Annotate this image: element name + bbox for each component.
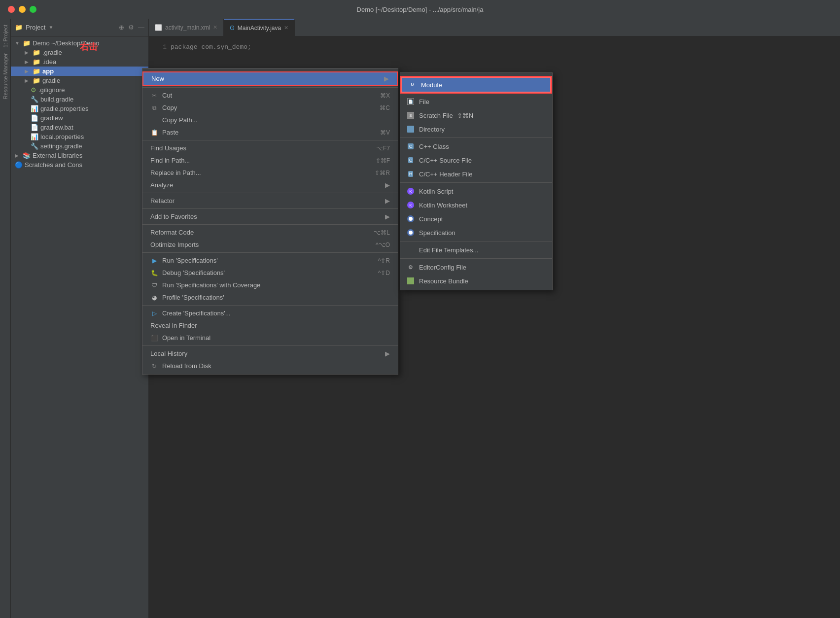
list-item[interactable]: ▶ 📁 gradle [11,76,148,85]
submenu-separator [400,241,552,241]
sidebar-item-project[interactable]: 1: Project [2,23,8,49]
menu-item-run[interactable]: ▶ Run 'Specifications' ^⇧R [142,254,398,267]
cpp-header-icon: H [406,170,415,178]
menu-separator [142,252,398,253]
tab-close-button[interactable]: ✕ [213,24,217,31]
copy-label: Copy [162,104,376,111]
tab-close-button[interactable]: ✕ [284,25,288,31]
submenu-item-kotlin-script[interactable]: K Kotlin Script [400,184,552,198]
reformat-label: Reformat Code [150,229,370,236]
submenu-arrow-icon: ▶ [385,213,390,220]
menu-item-open-terminal[interactable]: ⬛ Open in Terminal [142,332,398,344]
submenu-item-file[interactable]: 📄 File [400,95,552,108]
submenu-item-kotlin-worksheet[interactable]: K Kotlin Worksheet [400,198,552,212]
file-icon: 📄 [31,114,38,122]
menu-item-copy[interactable]: ⧉ Copy ⌘C [142,102,398,114]
list-item[interactable]: 🔧 build.gradle [11,95,148,104]
menu-item-find-in-path[interactable]: Find in Path... ⇧⌘F [142,154,398,167]
minimize-button[interactable] [19,6,26,13]
tab-label: MainActivity.java [238,25,281,32]
right-click-annotation: 右击 [80,41,98,53]
list-item[interactable]: 🔧 settings.gradle [11,141,148,151]
reformat-shortcut: ⌥⌘L [374,229,390,236]
git-icon: ⚙ [31,86,36,94]
titlebar: Demo [~/Desktop/Demo] - .../app/src/main… [0,0,840,19]
menu-item-paste[interactable]: 📋 Paste ⌘V [142,126,398,138]
project-title: Project [26,24,45,31]
list-item[interactable]: 📄 gradlew [11,113,148,123]
replace-in-path-label: Replace in Path... [150,169,371,176]
project-header: 📁 Project ▼ ⊕ ⚙ — [11,19,148,36]
left-sidebar: 1: Project Resource Manager [0,19,11,618]
menu-separator [142,224,398,225]
tab-activity-main-xml[interactable]: ⬜ activity_main.xml ✕ [149,19,224,36]
menu-item-local-history[interactable]: Local History ▶ [142,347,398,360]
specification-icon [406,228,415,237]
submenu-item-cpp-source[interactable]: C C/C++ Source File [400,153,552,167]
cpp-source-icon: C [406,156,415,165]
folder-icon: 📁 [33,58,40,66]
menu-item-reformat[interactable]: Reformat Code ⌥⌘L [142,226,398,239]
maximize-button[interactable] [30,6,36,13]
menu-item-profile[interactable]: ◕ Profile 'Specifications' [142,291,398,304]
submenu-item-directory[interactable]: Directory [400,122,552,136]
expand-arrow: ▶ [15,153,21,158]
list-item[interactable]: 📊 local.properties [11,132,148,141]
file-new-icon: 📄 [406,97,415,106]
list-item[interactable]: ▶ 📚 External Libraries [11,151,148,160]
gear-icon[interactable]: ⚙ [128,24,134,31]
menu-item-reload[interactable]: ↻ Reload from Disk [142,360,398,372]
list-item[interactable]: ⚙ .gitignore [11,85,148,95]
list-item[interactable]: ▶ 📁 .idea [11,57,148,67]
project-panel: 📁 Project ▼ ⊕ ⚙ — 右击 ▼ 📁 Demo ~/Desktop/… [11,19,149,618]
copy-icon: ⧉ [150,104,158,111]
cpp-class-icon: C [406,142,415,151]
sidebar-item-resource-manager[interactable]: Resource Manager [2,51,8,102]
scratches-item[interactable]: 🔵 Scratches and Cons [11,160,148,170]
menu-item-new[interactable]: New ▶ [143,72,397,85]
submenu-item-cpp-class[interactable]: C C++ Class [400,139,552,153]
menu-item-cut[interactable]: ✂ Cut ⌘X [142,89,398,102]
file-icon: 📄 [31,124,38,131]
menu-item-analyze[interactable]: Analyze ▶ [142,179,398,191]
submenu-item-scratch-file[interactable]: S Scratch File ⇧⌘N [400,108,552,122]
menu-item-reveal-finder[interactable]: Reveal in Finder [142,319,398,332]
new-menu-container: New ▶ M Module 📄 File [142,71,398,86]
submenu-item-edit-templates[interactable]: Edit File Templates... [400,243,552,257]
copy-shortcut: ⌘C [380,104,390,111]
submenu-item-editorconfig[interactable]: ⚙ EditorConfig File [400,260,552,274]
list-item[interactable]: 📊 gradle.properties [11,104,148,113]
cut-icon: ✂ [150,92,158,99]
tab-mainactivity-java[interactable]: G MainActivity.java ✕ [224,19,295,36]
submenu-item-resource-bundle[interactable]: Resource Bundle [400,274,552,288]
menu-item-create[interactable]: ▷ Create 'Specifications'... [142,307,398,319]
menu-item-add-favorites[interactable]: Add to Favorites ▶ [142,210,398,223]
reveal-finder-label: Reveal in Finder [150,322,390,329]
tree-item-label: settings.gradle [40,142,82,150]
submenu-item-edit-templates-label: Edit File Templates... [419,246,478,254]
tree-item-label: local.properties [40,133,84,140]
chevron-down-icon: ▼ [48,25,53,30]
module-icon: M [408,80,417,89]
menu-item-refactor[interactable]: Refactor ▶ [142,195,398,207]
submenu-item-module[interactable]: M Module [401,77,551,93]
submenu-item-cpp-source-label: C/C++ Source File [419,157,472,164]
menu-item-debug[interactable]: 🐛 Debug 'Specifications' ^⇧D [142,267,398,279]
menu-item-replace-in-path[interactable]: Replace in Path... ⇧⌘R [142,167,398,179]
minus-icon[interactable]: — [138,24,144,31]
menu-item-find-usages[interactable]: Find Usages ⌥F7 [142,142,398,154]
paste-shortcut: ⌘V [380,129,390,136]
editor-tabs: ⬜ activity_main.xml ✕ G MainActivity.jav… [149,19,840,36]
menu-item-run-coverage[interactable]: 🛡 Run 'Specifications' with Coverage [142,279,398,291]
menu-item-copy-path[interactable]: Copy Path... [142,114,398,126]
debug-label: Debug 'Specifications' [162,269,374,276]
submenu-item-cpp-header[interactable]: H C/C++ Header File [400,167,552,181]
list-item[interactable]: 📄 gradlew.bat [11,123,148,132]
submenu-item-specification[interactable]: Specification [400,226,552,240]
list-item[interactable]: ▶ 📁 app [11,67,148,76]
find-usages-label: Find Usages [150,144,372,152]
close-button[interactable] [8,6,15,13]
submenu-item-concept[interactable]: Concept [400,212,552,226]
menu-item-optimize-imports[interactable]: Optimize Imports ^⌥O [142,239,398,251]
globe-icon[interactable]: ⊕ [119,24,124,31]
